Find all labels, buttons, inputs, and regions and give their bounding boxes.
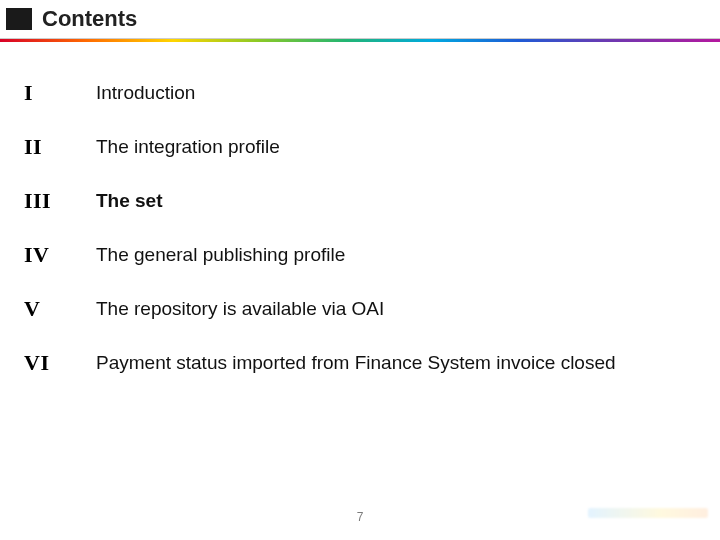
toc-item: II The integration profile bbox=[14, 120, 684, 174]
page-title: Contents bbox=[42, 6, 137, 32]
toc-label: The integration profile bbox=[96, 136, 280, 158]
slide-footer: 7 bbox=[0, 510, 720, 524]
header-accent-block bbox=[6, 8, 32, 30]
toc-item: VI Payment status imported from Finance … bbox=[14, 336, 684, 390]
toc-numeral: III bbox=[24, 188, 72, 214]
toc-item: I Introduction bbox=[14, 66, 684, 120]
slide: Contents I Introduction II The integrati… bbox=[0, 0, 720, 540]
toc-label: Payment status imported from Finance Sys… bbox=[96, 352, 616, 374]
toc-numeral: II bbox=[24, 134, 72, 160]
toc-numeral: VI bbox=[24, 350, 72, 376]
page-number: 7 bbox=[357, 510, 364, 524]
toc-numeral: IV bbox=[24, 242, 72, 268]
toc-label: The repository is available via OAI bbox=[96, 298, 384, 320]
toc-item: V The repository is available via OAI bbox=[14, 282, 684, 336]
toc-label: The general publishing profile bbox=[96, 244, 345, 266]
toc-item: IV The general publishing profile bbox=[14, 228, 684, 282]
slide-header: Contents bbox=[0, 0, 720, 32]
table-of-contents: I Introduction II The integration profil… bbox=[0, 42, 720, 390]
toc-label: Introduction bbox=[96, 82, 195, 104]
toc-numeral: I bbox=[24, 80, 72, 106]
toc-label: The set bbox=[96, 190, 163, 212]
toc-item-current: III The set bbox=[14, 174, 684, 228]
toc-numeral: V bbox=[24, 296, 72, 322]
